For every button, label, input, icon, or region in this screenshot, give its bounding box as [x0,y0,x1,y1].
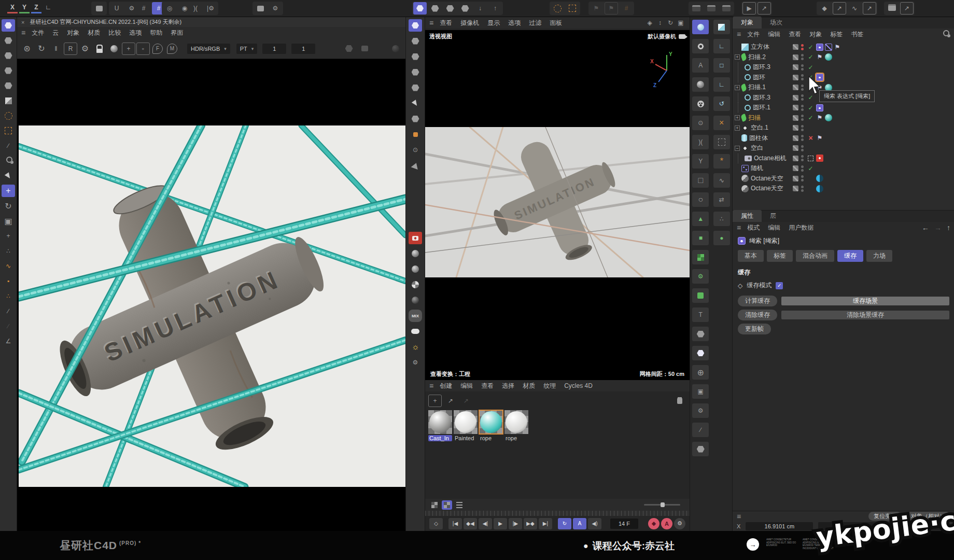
current-frame-field[interactable]: 14 F [610,519,638,529]
import-icon[interactable]: ↓ [473,2,487,15]
dots-icon[interactable]: ∴ [713,212,730,226]
samples-field-2[interactable]: 1 [291,44,315,54]
visibility-dots[interactable] [801,44,804,50]
edge-mode-icon[interactable] [443,2,457,15]
load-material-icon[interactable]: ↗ [444,395,457,407]
menu-display[interactable]: 显示 [487,19,500,27]
pick-material-icon[interactable]: ↗ [459,395,473,407]
coord-system-button[interactable]: ∟ [43,2,53,13]
sun-light-icon[interactable]: ☼ [409,341,422,353]
object-row-random[interactable]: 随机 ✓ [733,163,954,174]
gear-icon[interactable]: ⚙ [692,403,709,418]
uv-hex-icon[interactable] [409,81,422,94]
s-curve-icon[interactable]: ∿ [713,173,730,188]
menu-objects[interactable]: 对象 [809,30,822,39]
material-item[interactable]: rope [504,410,528,441]
cube-green-icon[interactable]: ■ [692,231,709,245]
menu-compare[interactable]: 比较 [108,29,121,37]
point-mode-tool-icon[interactable] [2,34,15,47]
workplane-icon[interactable]: ◎ [163,2,176,15]
menu-materials[interactable]: 材质 [88,29,100,37]
material-tag[interactable] [825,53,832,61]
clear-scene-cache-button[interactable]: 清除场景缓存 [781,311,949,319]
menu-options[interactable]: 选项 [129,29,142,37]
object-row-sweep2[interactable]: +扫描.2 ✓ ⚑ [733,52,954,63]
object-row-octane-sky2[interactable]: Octane天空 [733,184,954,194]
spline-pen-icon[interactable]: ∿ [2,260,15,272]
enable-check[interactable]: ✓ [807,53,815,61]
menu-icon[interactable]: ≡ [429,382,433,390]
mix-material-icon[interactable]: MIX [409,310,422,322]
render-view-icon[interactable] [690,2,703,15]
region-render-icon[interactable]: R [64,43,77,55]
preview-ball-icon[interactable] [107,43,121,55]
keyframe-settings-button[interactable]: ⚙ [674,518,685,529]
menu-view[interactable]: 查看 [481,382,494,390]
live-select-rect-icon[interactable] [566,2,579,15]
menu-edit[interactable]: 编辑 [768,223,780,232]
axis-edit-tool-icon[interactable]: + [2,230,15,242]
spline-square-icon[interactable]: ▪ [2,275,15,287]
camera-label[interactable]: 默认摄像机 [648,33,685,40]
calculate-cache-button[interactable]: 计算缓存 [738,296,777,306]
octane-camera-tag[interactable] [816,155,823,162]
material-name[interactable]: Painted [454,435,478,441]
rope-tag[interactable] [816,104,823,111]
dynamics-ball-icon[interactable] [692,20,709,34]
polygon-mode-icon[interactable] [458,2,472,15]
doc-state-icon[interactable] [92,2,106,15]
play-button[interactable]: ▶ [494,518,507,529]
toggle-views-icon[interactable]: ▣ [676,17,685,29]
play-window-icon[interactable]: ▶ [742,2,756,15]
octane-title-bar[interactable]: × 昼研社C4D 官网-CHIYUNSHE.CN 2022.1-[R6] (34… [17,17,405,27]
octane-lock-cam-icon[interactable] [409,232,422,244]
pick-object-icon[interactable]: ▫ [136,43,150,55]
kernel-select[interactable]: PT▾ [236,44,258,54]
open-window-icon[interactable]: ↗ [757,2,771,15]
menu-icon[interactable]: ≡ [429,19,433,27]
content-browser-icon[interactable] [885,2,899,15]
timeline-ruler[interactable] [425,511,690,516]
search-icon[interactable] [941,28,950,40]
clear-cache-button[interactable]: 清除缓存 [738,310,777,320]
pick-add-icon[interactable]: + [122,43,135,55]
symmetry-options-icon[interactable]: |⚙ [204,2,217,15]
nav-forward-icon[interactable]: → [934,223,942,232]
render-picture-viewer-icon[interactable] [705,2,718,15]
point-mode-icon[interactable] [428,2,442,15]
material-preview[interactable] [428,410,452,434]
object-row-octane-camera[interactable]: Octane相机 [733,153,954,164]
goto-start-button[interactable]: |◀ [448,518,462,529]
thumb-grid-large-icon[interactable] [442,500,452,510]
material-item[interactable]: Painted [454,410,478,441]
symmetry-icon[interactable]: )( [189,2,202,15]
timeline-window-icon[interactable]: ↗ [833,2,846,15]
axis-x-button[interactable]: X [7,2,18,13]
loop-button[interactable]: ↻ [558,518,571,529]
dash-grid-icon[interactable] [713,135,730,149]
white-card-icon[interactable] [409,325,422,338]
thumb-list-icon[interactable] [454,500,465,510]
live-select-circle-icon[interactable] [551,2,564,15]
tab-takes[interactable]: 场次 [762,17,791,29]
layer-chip[interactable] [793,54,798,60]
material-preview-selected[interactable] [479,410,503,434]
hexagon-a-icon[interactable] [692,327,709,341]
menu-icon[interactable]: ≡ [737,223,741,232]
live-select-rect-tool-icon[interactable] [2,124,15,137]
enable-check[interactable]: ✓ [807,114,815,121]
export-icon[interactable]: ↑ [488,2,502,15]
split-icon[interactable]: )( [692,135,709,149]
enable-check[interactable]: ✓ [807,64,815,71]
tweak-cursor-icon[interactable] [2,170,15,182]
rotate-tool-icon[interactable]: ↻ [2,200,15,212]
tree-icon[interactable]: ▲ [692,212,709,226]
fcurve-icon[interactable]: ∿ [848,2,861,15]
keyframe-diamond-button[interactable]: ◇ [429,518,443,529]
menu-edit[interactable]: 编辑 [768,30,780,39]
object-row-ring[interactable]: 圆环 ✓ [733,73,954,83]
cache-mode-checkbox[interactable]: ✓ [776,282,783,289]
record-keyframe-button[interactable]: ◆ [648,518,660,529]
ball-small-icon[interactable] [389,43,402,55]
expand-diamond-icon[interactable]: ◇ [738,282,742,289]
